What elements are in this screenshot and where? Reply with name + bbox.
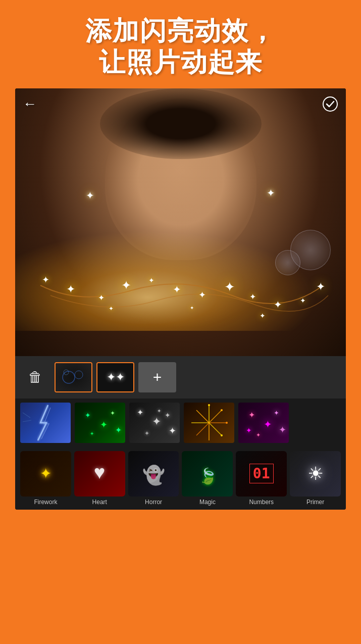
heart-svg: ♥ bbox=[79, 456, 120, 491]
effect-preview-primer: ☀ bbox=[290, 451, 341, 497]
effect-preview-sparkles: ✦ ✦ ✦ ✦ ✦ bbox=[75, 403, 125, 443]
svg-text:🍃: 🍃 bbox=[198, 467, 217, 485]
header-title: 添加闪亮动效， 让照片动起来 bbox=[10, 15, 351, 78]
sparkle-1: ✦ bbox=[86, 189, 94, 202]
svg-line-19 bbox=[23, 413, 30, 418]
selected-effect-1[interactable] bbox=[55, 362, 92, 392]
svg-point-41 bbox=[221, 409, 223, 411]
svg-text:✦: ✦ bbox=[173, 284, 181, 295]
snow-svg: ✦ ✦ ✦ ✦ ✦ ✦ bbox=[129, 403, 180, 443]
effect-preview-numbers: 01 bbox=[236, 451, 287, 497]
effect-label-magic: Magic bbox=[182, 499, 233, 506]
effect-preview-horror: 👻 bbox=[128, 451, 179, 497]
svg-text:✦: ✦ bbox=[157, 408, 161, 414]
svg-point-18 bbox=[64, 370, 69, 375]
svg-text:✦: ✦ bbox=[300, 296, 306, 305]
svg-text:👻: 👻 bbox=[142, 464, 165, 486]
svg-text:✦: ✦ bbox=[260, 312, 266, 320]
effect-label-numbers: Numbers bbox=[236, 499, 287, 506]
photo-editor: ✦ ✦ ✦ ✦ ✦ ✦ ✦ ✦ ✦ ✦ ✦ ✦ ✦ ✦ ✦ ✦ ✦ ← bbox=[15, 88, 346, 510]
svg-text:✦: ✦ bbox=[109, 305, 114, 312]
svg-point-43 bbox=[221, 434, 223, 436]
primer-icon: ☀ bbox=[307, 463, 324, 484]
svg-text:✦: ✦ bbox=[144, 430, 149, 437]
svg-line-37 bbox=[196, 423, 209, 435]
svg-text:✦: ✦ bbox=[274, 409, 279, 417]
svg-text:✦: ✦ bbox=[248, 411, 255, 419]
svg-text:✦: ✦ bbox=[100, 420, 108, 430]
effect-preview-svg bbox=[59, 365, 89, 390]
effect-preview-magic: 🍃 bbox=[182, 451, 233, 497]
effects-row-1: ✦ ✦ ✦ ✦ ✦ ✦ ✦ ✦ ✦ ✦ ✦ bbox=[15, 399, 346, 447]
svg-point-17 bbox=[75, 371, 83, 379]
svg-point-15 bbox=[323, 97, 337, 111]
effect-item-numbers[interactable]: 01 Numbers bbox=[236, 451, 287, 506]
svg-text:✦: ✦ bbox=[224, 279, 235, 294]
confirm-button[interactable] bbox=[322, 96, 338, 116]
svg-text:✦: ✦ bbox=[316, 280, 325, 293]
toolbar: 🗑 ✦✦ + bbox=[15, 356, 346, 399]
svg-text:✦: ✦ bbox=[66, 283, 75, 295]
header: 添加闪亮动效， 让照片动起来 bbox=[0, 0, 361, 88]
svg-text:✦: ✦ bbox=[90, 431, 94, 436]
effect-item-magic[interactable]: 🍃 Magic bbox=[182, 451, 233, 506]
effects-row-2: ✦ Firework ♥ Heart 👻 Horror bbox=[15, 447, 346, 510]
effect-label-heart: Heart bbox=[74, 499, 125, 506]
svg-text:✦: ✦ bbox=[42, 275, 49, 285]
butterflies-svg: ✦ ✦ ✦ ✦ ✦ ✦ bbox=[238, 403, 289, 443]
svg-text:✦: ✦ bbox=[264, 419, 272, 430]
effect-preview-heart: ♥ bbox=[74, 451, 125, 497]
delete-button[interactable]: 🗑 bbox=[20, 362, 50, 392]
check-circle-icon bbox=[322, 96, 338, 112]
svg-text:✦: ✦ bbox=[279, 425, 286, 435]
svg-text:✦: ✦ bbox=[85, 411, 91, 419]
photo-canvas[interactable]: ✦ ✦ ✦ ✦ ✦ ✦ ✦ ✦ ✦ ✦ ✦ ✦ ✦ ✦ ✦ ✦ ✦ ← bbox=[15, 88, 346, 356]
effect-label-firework2: Firework bbox=[20, 499, 71, 506]
svg-text:✦: ✦ bbox=[148, 276, 154, 284]
back-button[interactable]: ← bbox=[23, 96, 37, 112]
wire-lights-svg: ✦ ✦ ✦ ✦ ✦ ✦ ✦ ✦ ✦ ✦ ✦ ✦ ✦ ✦ ✦ bbox=[30, 245, 333, 326]
svg-line-33 bbox=[209, 410, 222, 423]
selected-effect-2[interactable]: ✦✦ bbox=[96, 362, 134, 392]
svg-text:✦: ✦ bbox=[165, 411, 171, 419]
effect-sparkles[interactable]: ✦ ✦ ✦ ✦ ✦ bbox=[75, 403, 125, 443]
magic-svg: 🍃 bbox=[187, 456, 228, 491]
svg-text:✦: ✦ bbox=[256, 432, 261, 438]
effect-butterflies[interactable]: ✦ ✦ ✦ ✦ ✦ ✦ bbox=[238, 403, 289, 443]
effect-item-horror[interactable]: 👻 Horror bbox=[128, 451, 179, 506]
svg-text:✦: ✦ bbox=[98, 293, 105, 302]
effect-preview-lightning bbox=[20, 403, 71, 443]
effect-item-heart[interactable]: ♥ Heart bbox=[74, 451, 125, 506]
sparkle-2: ✦ bbox=[267, 187, 275, 199]
svg-text:✦: ✦ bbox=[246, 426, 252, 434]
svg-text:✦: ✦ bbox=[249, 292, 256, 301]
svg-point-40 bbox=[208, 404, 210, 406]
svg-text:♥: ♥ bbox=[94, 462, 106, 483]
effect-preview-firework2: ✦ bbox=[20, 451, 71, 497]
svg-line-20 bbox=[23, 420, 31, 422]
effect-label-primer: Primer bbox=[290, 499, 341, 506]
svg-line-39 bbox=[196, 410, 209, 423]
svg-text:✦: ✦ bbox=[198, 290, 206, 300]
svg-text:✦: ✦ bbox=[121, 278, 131, 292]
effect-lightning[interactable] bbox=[20, 403, 71, 443]
effect-preview-butterflies: ✦ ✦ ✦ ✦ ✦ ✦ bbox=[238, 403, 289, 443]
add-effect-button[interactable]: + bbox=[138, 362, 176, 392]
svg-text:✦: ✦ bbox=[110, 410, 115, 417]
svg-text:✦: ✦ bbox=[274, 299, 282, 310]
horror-svg: 👻 bbox=[133, 456, 174, 491]
effect-firework[interactable] bbox=[184, 403, 234, 443]
effect-item-primer[interactable]: ☀ Primer bbox=[290, 451, 341, 506]
svg-text:✦: ✦ bbox=[152, 415, 161, 428]
effect-preview-snow: ✦ ✦ ✦ ✦ ✦ ✦ bbox=[129, 403, 180, 443]
effect-label-horror: Horror bbox=[128, 499, 179, 506]
effect-item-firework2[interactable]: ✦ Firework bbox=[20, 451, 71, 506]
svg-line-35 bbox=[209, 423, 222, 435]
hair-overlay bbox=[100, 88, 262, 159]
svg-text:✦: ✦ bbox=[115, 426, 122, 434]
svg-text:✦: ✦ bbox=[137, 408, 143, 417]
svg-point-42 bbox=[226, 422, 228, 424]
firework2-icon: ✦ bbox=[40, 465, 51, 482]
effect-preview-firework bbox=[184, 403, 234, 443]
effect-snow[interactable]: ✦ ✦ ✦ ✦ ✦ ✦ bbox=[129, 403, 180, 443]
